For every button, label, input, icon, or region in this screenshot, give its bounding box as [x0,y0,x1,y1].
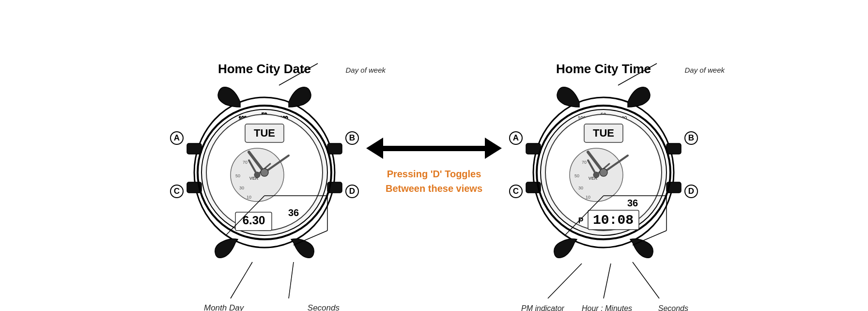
left-seconds-label: Seconds [308,303,340,311]
right-hour-min-label: Hour : Minutes [582,304,632,311]
svg-text:30: 30 [239,186,244,190]
svg-rect-41 [526,143,541,154]
left-watch-section: Home City Date Day of week [177,62,352,264]
right-button-b[interactable]: B [684,131,698,145]
right-watch-section: Home City Time Day of week [516,62,691,264]
arrow-row [366,135,502,162]
svg-text:36: 36 [627,198,638,208]
right-seconds-label: Seconds [658,304,688,311]
double-arrow-svg [366,135,502,162]
left-button-d[interactable]: D [345,185,359,198]
svg-point-26 [261,169,268,176]
left-button-c[interactable]: C [170,185,184,198]
right-button-d[interactable]: D [684,185,698,198]
middle-section: Pressing 'D' Toggles Between these views [361,135,507,196]
left-button-a[interactable]: A [170,131,184,145]
right-pm-label: PM indicator [521,304,564,311]
svg-text:10: 10 [247,195,251,200]
right-bottom-callout-svg [516,260,691,303]
left-bottom-callout-svg [177,260,352,303]
svg-text:50: 50 [574,173,579,178]
left-month-day-label: Month Day [204,303,244,311]
svg-line-34 [231,262,252,298]
svg-text:36: 36 [288,207,299,218]
svg-line-76 [633,262,659,298]
svg-line-74 [548,264,582,298]
left-button-b[interactable]: B [345,131,359,145]
svg-line-75 [604,264,611,298]
left-watch-wrapper: Day of week [177,80,352,264]
page-container: Home City Date Day of week [0,0,868,311]
svg-marker-38 [485,138,502,159]
right-watch-svg: -50 100 10 100 TUE 70 50 30 10 VER [516,80,691,264]
svg-text:30: 30 [578,186,583,190]
toggle-line2: Between these views [386,181,482,196]
right-button-c[interactable]: C [509,185,523,198]
svg-rect-43 [666,143,681,154]
svg-rect-2 [187,143,202,154]
toggle-line1: Pressing 'D' Toggles [386,167,482,181]
svg-rect-4 [327,143,342,154]
svg-text:TUE: TUE [254,127,275,139]
svg-text:10:08: 10:08 [593,213,634,228]
left-watch-svg: -50 100 10 100 TUE 70 50 30 10 [177,80,352,264]
svg-text:70: 70 [243,160,248,165]
toggle-text: Pressing 'D' Toggles Between these views [386,167,482,196]
svg-text:70: 70 [582,160,587,165]
svg-point-65 [600,169,607,176]
svg-text:TUE: TUE [593,127,614,139]
svg-text:6.30: 6.30 [243,214,265,227]
svg-text:10: 10 [586,195,590,200]
right-button-a[interactable]: A [509,131,523,145]
svg-rect-37 [383,146,485,151]
svg-marker-36 [366,138,383,159]
left-callout-svg [177,68,352,88]
right-callout-svg [516,68,691,88]
svg-text:50: 50 [235,173,240,178]
right-watch-wrapper: Day of week [516,80,691,264]
svg-line-35 [289,262,294,298]
